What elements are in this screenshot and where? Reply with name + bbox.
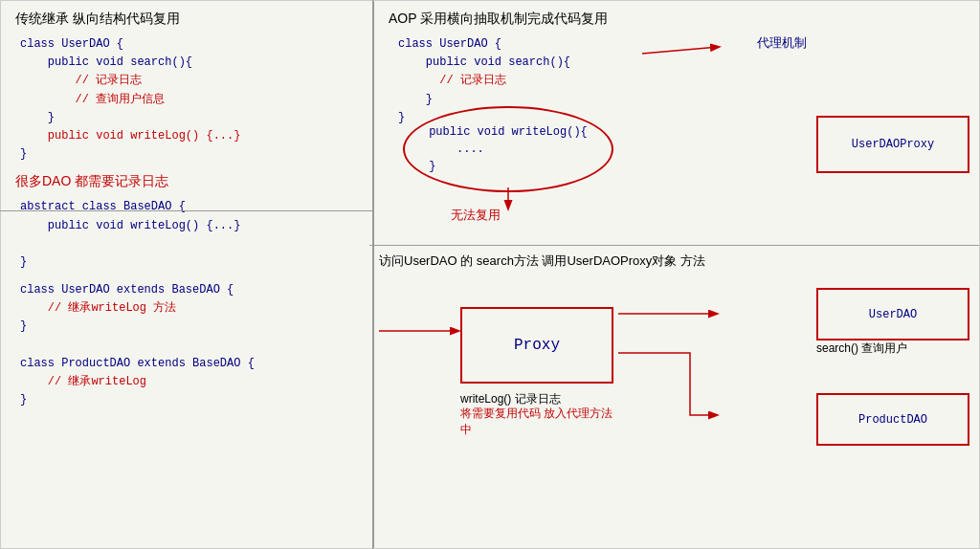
search-note: search() 查询用户 bbox=[816, 340, 969, 357]
oval-line: public void writeLog(){ bbox=[429, 123, 588, 141]
code-line: class UserDAO { bbox=[20, 35, 359, 54]
code-line: // 记录日志 bbox=[398, 72, 965, 90]
userdao-box: UserDAO bbox=[816, 288, 969, 340]
code-line: public void writeLog() {...} bbox=[20, 217, 359, 235]
userdaoproxy-label: UserDAOProxy bbox=[852, 138, 934, 151]
left-code2: abstract class BaseDAO { public void wri… bbox=[15, 198, 359, 272]
left-code3: class UserDAO extends BaseDAO { // 继承wri… bbox=[15, 281, 359, 409]
aop-title: AOP 采用横向抽取机制完成代码复用 bbox=[389, 11, 965, 28]
access-text: 访问UserDAO 的 search方法 调用UserDAOProxy对象 方法 bbox=[379, 253, 705, 270]
right-divider bbox=[369, 245, 979, 246]
proxy-mechanism-label: 代理机制 bbox=[757, 34, 807, 52]
proxy-label: Proxy bbox=[514, 337, 560, 354]
code-line: } bbox=[20, 109, 359, 127]
oval-code: public void writeLog(){ .... } bbox=[429, 123, 588, 175]
oval-line: .... bbox=[429, 141, 588, 158]
code-line: class UserDAO { bbox=[398, 35, 965, 54]
code-line: // 记录日志 bbox=[20, 72, 359, 90]
vertical-divider bbox=[372, 0, 373, 549]
code-line: } bbox=[20, 145, 359, 164]
proxy-box: Proxy bbox=[460, 307, 613, 384]
diagram-area: Proxy bbox=[374, 278, 979, 546]
proxy-productdao-arrow bbox=[613, 343, 728, 439]
left-code1: class UserDAO { public void search(){ //… bbox=[15, 35, 359, 164]
userdao-label: UserDAO bbox=[869, 308, 917, 321]
code-line: class UserDAO extends BaseDAO { bbox=[20, 281, 359, 299]
code-line: // 继承writeLog bbox=[20, 373, 359, 391]
code-line: } bbox=[398, 91, 965, 109]
code-line: abstract class BaseDAO { bbox=[20, 198, 359, 216]
code-line: public void writeLog() {...} bbox=[20, 127, 359, 145]
code-line: public void search(){ bbox=[398, 54, 965, 72]
left-title: 传统继承 纵向结构代码复用 bbox=[15, 11, 359, 28]
productdao-label: ProductDAO bbox=[858, 413, 927, 427]
code-line: class ProductDAO extends BaseDAO { bbox=[20, 355, 359, 373]
code-line: } bbox=[20, 318, 359, 336]
code-line: } bbox=[20, 391, 359, 409]
proxy-userdao-arrow bbox=[613, 299, 728, 328]
left-horizontal-divider bbox=[0, 210, 372, 211]
code-line: // 继承writeLog 方法 bbox=[20, 299, 359, 318]
reuse-text-span: 将需要复用代码 放入代理方法中 bbox=[460, 406, 612, 436]
productdao-box: ProductDAO bbox=[816, 393, 969, 446]
oval-line: } bbox=[429, 158, 588, 175]
userdaoproxy-box: UserDAOProxy bbox=[816, 116, 969, 173]
left-red-title: 很多DAO 都需要记录日志 bbox=[15, 173, 359, 190]
code-line: } bbox=[20, 253, 359, 272]
main-container: 传统继承 纵向结构代码复用 class UserDAO { public voi… bbox=[0, 0, 980, 549]
reuse-note: 将需要复用代码 放入代理方法中 bbox=[460, 406, 613, 438]
right-panel: AOP 采用横向抽取机制完成代码复用 class UserDAO { publi… bbox=[374, 1, 979, 548]
code-line: public void search(){ bbox=[20, 54, 359, 72]
left-panel: 传统继承 纵向结构代码复用 class UserDAO { public voi… bbox=[1, 1, 374, 548]
left-arrow-svg bbox=[374, 317, 465, 345]
oval-writelog-box: public void writeLog(){ .... } bbox=[403, 106, 613, 192]
cannot-reuse-label: 无法复用 bbox=[451, 207, 501, 224]
code-line: // 查询用户信息 bbox=[20, 91, 359, 109]
